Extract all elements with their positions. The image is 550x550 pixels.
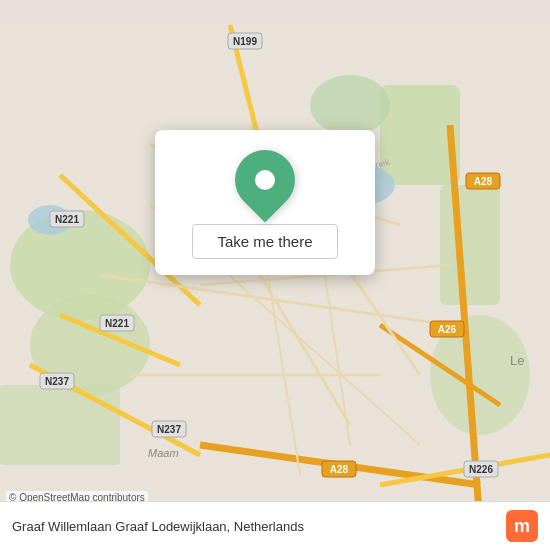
svg-text:N199: N199 [233, 36, 257, 47]
svg-text:Le: Le [510, 353, 524, 368]
address-label: Graaf Willemlaan Graaf Lodewijklaan, Net… [12, 519, 304, 534]
map-background: N199 N221 N221 N237 N237 A28 A28 A26 N22… [0, 0, 550, 550]
svg-text:N237: N237 [45, 376, 69, 387]
svg-text:A26: A26 [438, 324, 457, 335]
pin-inner-dot [255, 170, 275, 190]
svg-text:N221: N221 [55, 214, 79, 225]
svg-text:A28: A28 [474, 176, 493, 187]
svg-rect-4 [440, 185, 500, 305]
moovit-icon: m [506, 510, 538, 542]
svg-text:N237: N237 [157, 424, 181, 435]
location-card: Take me there [155, 130, 375, 275]
take-me-there-button[interactable]: Take me there [192, 224, 337, 259]
map-container: N199 N221 N221 N237 N237 A28 A28 A26 N22… [0, 0, 550, 550]
map-pin-icon [223, 138, 308, 223]
moovit-logo: m [506, 510, 538, 542]
svg-text:Maam: Maam [148, 447, 179, 459]
bottom-bar: Graaf Willemlaan Graaf Lodewijklaan, Net… [0, 501, 550, 550]
svg-rect-7 [0, 385, 120, 465]
svg-point-6 [310, 75, 390, 135]
svg-text:N221: N221 [105, 318, 129, 329]
svg-text:A28: A28 [330, 464, 349, 475]
svg-text:N226: N226 [469, 464, 493, 475]
